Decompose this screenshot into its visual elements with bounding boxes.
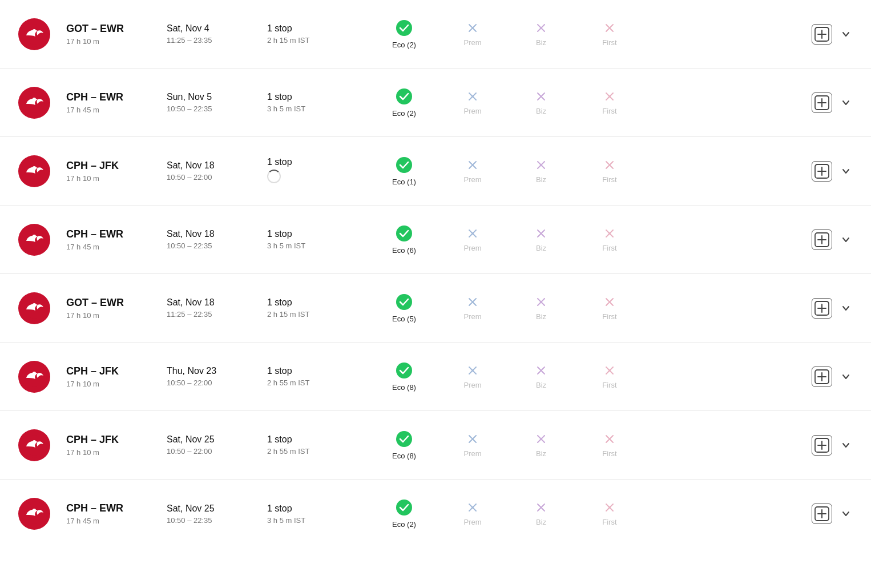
cabin-eco[interactable]: Eco (8) (370, 428, 438, 462)
expand-button[interactable] (812, 367, 832, 387)
cabin-first: First (575, 291, 644, 325)
first-label: First (602, 518, 616, 526)
biz-x-icon (535, 364, 547, 378)
date: Sun, Nov 5 (167, 92, 258, 102)
first-x-icon (603, 90, 616, 104)
expand-button[interactable] (812, 24, 832, 45)
chevron-button[interactable] (839, 233, 853, 247)
stop-detail: 3 h 5 m IST (267, 241, 358, 250)
cabin-eco[interactable]: Eco (2) (370, 86, 438, 120)
cabin-prem: Prem (438, 223, 507, 257)
first-x-icon (603, 22, 616, 36)
airline-logo (18, 87, 50, 119)
expand-button[interactable] (812, 298, 832, 319)
svg-point-5 (396, 20, 412, 36)
chevron-button[interactable] (839, 164, 853, 178)
stop-label: 1 stop (267, 504, 358, 514)
route-name: CPH – JFK (66, 365, 158, 377)
route-info: CPH – EWR 17 h 45 m (66, 228, 158, 251)
cabin-group: Eco (5) Prem Biz First (370, 291, 800, 325)
first-x-icon (603, 364, 616, 378)
time: 11:25 – 22:35 (167, 310, 258, 319)
cabin-eco[interactable]: Eco (6) (370, 223, 438, 257)
date-info: Sat, Nov 18 10:50 – 22:35 (167, 229, 258, 250)
first-x-icon (603, 296, 616, 310)
biz-label: Biz (536, 244, 546, 252)
expand-button[interactable] (812, 229, 832, 250)
cabin-prem: Prem (438, 497, 507, 531)
prem-label: Prem (463, 107, 481, 115)
row-actions (812, 161, 853, 182)
flight-row: CPH – EWR 17 h 45 m Sun, Nov 5 10:50 – 2… (0, 69, 871, 137)
svg-point-79 (33, 372, 36, 375)
svg-point-80 (396, 363, 412, 378)
duration: 17 h 10 m (66, 380, 158, 388)
airline-logo (18, 18, 50, 50)
cabin-prem: Prem (438, 86, 507, 120)
chevron-button[interactable] (839, 301, 853, 315)
stop-label: 1 stop (267, 434, 358, 445)
duration: 17 h 45 m (66, 243, 158, 251)
cabin-group: Eco (8) Prem Biz First (370, 360, 800, 394)
cabin-group: Eco (8) Prem Biz First (370, 428, 800, 462)
date: Sat, Nov 25 (167, 504, 258, 514)
cabin-biz: Biz (507, 360, 575, 394)
eco-check-icon (396, 293, 413, 312)
expand-button[interactable] (812, 504, 832, 524)
svg-point-50 (396, 225, 412, 241)
chevron-button[interactable] (839, 96, 853, 110)
route-info: GOT – EWR 17 h 10 m (66, 297, 158, 320)
chevron-button[interactable] (839, 27, 853, 41)
duration: 17 h 10 m (66, 174, 158, 183)
cabin-eco[interactable]: Eco (5) (370, 291, 438, 325)
date-info: Sat, Nov 18 10:50 – 22:00 (167, 160, 258, 182)
eco-label: Eco (8) (392, 383, 416, 392)
cabin-eco[interactable]: Eco (2) (370, 497, 438, 531)
cabin-eco[interactable]: Eco (2) (370, 17, 438, 51)
prem-label: Prem (463, 449, 481, 458)
biz-label: Biz (536, 449, 546, 458)
biz-label: Biz (536, 38, 546, 47)
duration: 17 h 45 m (66, 517, 158, 525)
first-x-icon (603, 227, 616, 241)
chevron-button[interactable] (839, 507, 853, 521)
chevron-button[interactable] (839, 370, 853, 384)
biz-x-icon (535, 90, 547, 104)
duration: 17 h 10 m (66, 448, 158, 457)
biz-label: Biz (536, 381, 546, 389)
date-info: Sun, Nov 5 10:50 – 22:35 (167, 92, 258, 113)
eco-check-icon (396, 88, 413, 107)
cabin-first: First (575, 86, 644, 120)
cabin-group: Eco (2) Prem Biz First (370, 86, 800, 120)
date-info: Sat, Nov 4 11:25 – 23:35 (167, 23, 258, 45)
cabin-eco[interactable]: Eco (1) (370, 154, 438, 188)
duration: 17 h 45 m (66, 106, 158, 114)
prem-x-icon (466, 364, 479, 378)
cabin-first: First (575, 428, 644, 462)
stop-detail: 3 h 5 m IST (267, 516, 358, 525)
flight-row: CPH – EWR 17 h 45 m Sat, Nov 25 10:50 – … (0, 480, 871, 548)
duration: 17 h 10 m (66, 37, 158, 46)
expand-button[interactable] (812, 161, 832, 182)
row-actions (812, 24, 853, 45)
cabin-prem: Prem (438, 291, 507, 325)
eco-check-icon (396, 499, 413, 518)
eco-check-icon (396, 225, 413, 244)
first-label: First (602, 244, 616, 252)
row-actions (812, 298, 853, 319)
stop-info: 1 stop 3 h 5 m IST (267, 92, 358, 113)
stop-info: 1 stop (267, 157, 358, 185)
time: 10:50 – 22:35 (167, 516, 258, 525)
chevron-button[interactable] (839, 438, 853, 452)
route-info: CPH – EWR 17 h 45 m (66, 502, 158, 525)
cabin-eco[interactable]: Eco (8) (370, 360, 438, 394)
expand-button[interactable] (812, 92, 832, 113)
svg-point-64 (33, 303, 36, 307)
stop-info: 1 stop 3 h 5 m IST (267, 229, 358, 250)
cabin-biz: Biz (507, 497, 575, 531)
expand-button[interactable] (812, 435, 832, 456)
prem-label: Prem (463, 312, 481, 321)
eco-label: Eco (5) (392, 315, 416, 323)
prem-x-icon (466, 501, 479, 515)
route-name: GOT – EWR (66, 297, 158, 309)
